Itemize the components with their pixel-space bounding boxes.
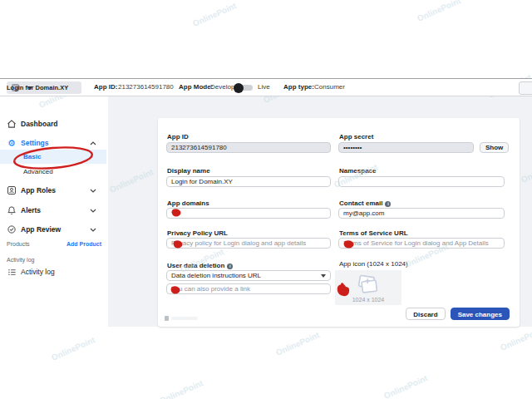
gear-icon: ⚙ <box>7 138 17 148</box>
app-selector-label: Login for Domain.XY <box>7 84 68 91</box>
toggle-knob <box>234 83 244 93</box>
add-product-link[interactable]: Add Product <box>66 241 101 247</box>
info-icon <box>227 264 233 269</box>
app-mode-toggle[interactable] <box>236 85 253 91</box>
watermark: OnlinePoint <box>416 0 462 23</box>
sidebar-item-dashboard[interactable]: Dashboard <box>0 116 106 131</box>
sidebar-item-label: Activity log <box>21 268 55 276</box>
app-selector-dropdown[interactable]: Login for Domain.XY <box>7 81 81 94</box>
app-secret-input[interactable] <box>338 142 474 153</box>
app-id-label: App ID: <box>94 79 117 96</box>
contact-email-input[interactable] <box>338 208 505 219</box>
watermark: OnlinePoint <box>274 330 321 357</box>
chevron-up-icon <box>90 141 96 145</box>
sidebar-item-alerts[interactable]: Alerts <box>0 203 106 218</box>
photo-upload-icon <box>354 274 382 296</box>
terms-of-service-url-field-label: Terms of Service URL <box>339 229 408 237</box>
app-domains-input[interactable] <box>166 208 331 219</box>
watermark: OnlinePoint <box>50 335 96 362</box>
shield-check-icon <box>7 224 17 234</box>
chevron-down-icon <box>90 209 96 213</box>
watermark: OnlinePoint <box>158 378 204 399</box>
sidebar-item-label: Dashboard <box>21 120 57 128</box>
app-type-label: App type: <box>283 79 314 96</box>
sidebar: Dashboard ⚙ Settings Basic Advanced App … <box>0 96 108 327</box>
sidebar-subitem-advanced[interactable]: Advanced <box>0 165 106 179</box>
user-data-deletion-field-label: User data deletion <box>167 262 233 269</box>
discard-button[interactable]: Discard <box>406 308 445 320</box>
sidebar-subitem-label: Advanced <box>23 168 53 175</box>
user-data-deletion-select[interactable]: Data deletion instructions URL <box>166 270 331 281</box>
app-secret-field-label: App secret <box>339 133 373 140</box>
watermark: OnlinePoint <box>499 325 532 352</box>
sidebar-item-activity-log[interactable]: Activity log <box>0 264 106 279</box>
watermark: OnlinePoint <box>382 373 429 399</box>
app-id-field-label: App ID <box>167 133 189 140</box>
sidebar-item-label: Alerts <box>21 206 41 214</box>
namespace-field-label: Namespace <box>339 167 376 175</box>
sidebar-item-label: Settings <box>21 139 49 147</box>
truncated-next-row <box>165 316 198 321</box>
app-toolbar: Login for Domain.XY App ID: 213273614591… <box>0 78 532 96</box>
show-app-secret-button[interactable]: Show <box>480 142 509 153</box>
activity-log-section-label: Activity log <box>7 257 34 263</box>
home-icon <box>7 119 17 129</box>
sidebar-item-app-review[interactable]: App Review <box>0 222 106 237</box>
info-icon <box>385 201 391 207</box>
app-id-input[interactable] <box>166 142 331 153</box>
person-badge-icon <box>7 185 17 195</box>
products-section-label: Products <box>7 241 30 247</box>
chevron-down-icon <box>90 228 96 232</box>
app-mode-label: App Mode: <box>179 79 213 96</box>
facebook-developer-app-settings-page: OnlinePoint OnlinePoint OnlinePoint Onli… <box>0 0 532 399</box>
display-name-input[interactable] <box>166 176 331 187</box>
sidebar-item-settings[interactable]: ⚙ Settings <box>0 135 106 150</box>
sidebar-item-label: App Roles <box>21 186 56 195</box>
watermark: OnlinePoint <box>191 1 238 28</box>
save-changes-button[interactable]: Save changes <box>451 308 510 320</box>
data-deletion-link-input[interactable] <box>166 283 331 294</box>
selected-option-label: Data deletion instructions URL <box>171 271 261 281</box>
sidebar-subitem-basic[interactable]: Basic <box>0 150 106 164</box>
app-icon-size-hint: 1024 x 1024 <box>352 297 385 303</box>
live-label: Live <box>258 79 270 96</box>
chevron-down-icon <box>90 189 96 193</box>
privacy-policy-url-input[interactable] <box>166 238 331 249</box>
bell-icon <box>7 205 17 215</box>
app-id-value: 213273614591780 <box>118 79 174 96</box>
terms-of-service-url-input[interactable] <box>338 238 505 249</box>
card-footer-actions: Discard Save changes <box>406 308 510 320</box>
privacy-policy-url-field-label: Privacy Policy URL <box>167 229 228 237</box>
contact-email-field-label: Contact email <box>339 200 391 207</box>
chevron-down-icon <box>321 274 326 278</box>
namespace-input[interactable] <box>338 176 505 187</box>
list-icon <box>7 267 17 277</box>
app-icon-upload-box[interactable]: 1024 x 1024 <box>335 270 401 305</box>
sidebar-item-app-roles[interactable]: App Roles <box>0 183 106 198</box>
app-icon-field-label: App icon (1024 x 1024) <box>339 260 408 268</box>
display-name-field-label: Display name <box>167 167 210 175</box>
sidebar-item-label: App Review <box>21 225 61 234</box>
app-domains-field-label: App domains <box>167 200 209 207</box>
toolbar-right-truncated-control[interactable] <box>519 81 532 95</box>
basic-settings-card: App ID App secret Show Display name Name… <box>158 118 520 327</box>
sidebar-subitem-label: Basic <box>23 153 41 160</box>
app-type-value: Consumer <box>314 79 345 96</box>
